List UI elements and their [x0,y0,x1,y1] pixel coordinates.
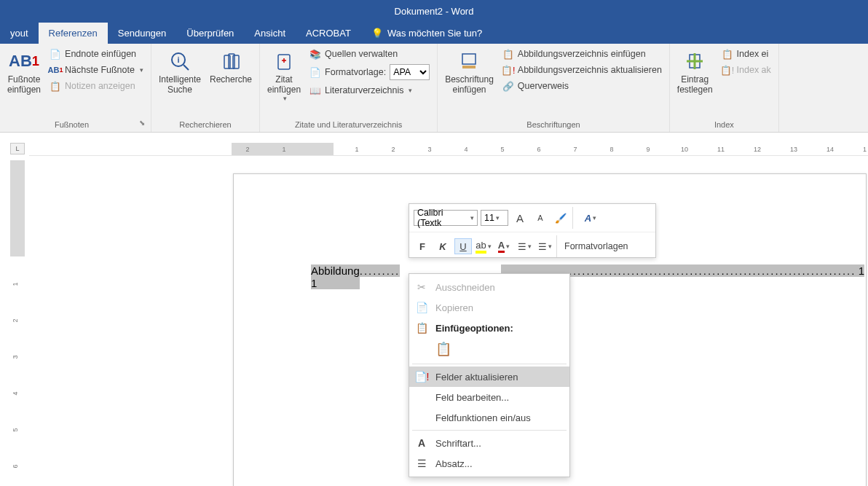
svg-rect-3 [224,55,230,68]
chevron-down-icon: ▾ [409,87,412,94]
group-index: Eintrag festlegen 📋 Index ei 📋! Index ak… [670,44,779,132]
group-label-captions: Beschriftungen [442,119,665,132]
tab-references[interactable]: Referenzen [39,23,108,44]
ctx-toggle-field-codes[interactable]: Feldfunktionen ein/aus [409,407,569,428]
style-icon: 📄 [309,66,321,78]
svg-text:5: 5 [12,428,19,431]
svg-text:7: 7 [573,146,577,153]
ctx-paragraph[interactable]: ☰ Absatz... [409,453,569,474]
format-painter-button[interactable]: 🖌️ [552,210,569,226]
tab-mailings[interactable]: Sendungen [108,23,177,44]
vertical-ruler[interactable]: 2 1 1 2 3 4 5 6 [10,160,25,486]
manage-sources-button[interactable]: 📚 Quellen verwalten [307,47,433,61]
insert-caption-button[interactable]: Beschriftung einfügen [442,47,497,96]
insert-tof-button[interactable]: 📋 Abbildungsverzeichnis einfügen [500,47,665,61]
italic-button[interactable]: K [434,238,451,254]
insert-citation-button[interactable]: Zitat einfügen ▾ [264,47,304,103]
tab-review[interactable]: Überprüfen [176,23,244,44]
ribbon: AB1 Fußnote einfügen 📄 Endnote einfügen … [0,44,868,133]
dialog-launcher-footnotes[interactable]: ⬊ [139,119,146,132]
svg-rect-7 [462,54,476,64]
show-notes-icon: 📋 [50,80,61,92]
update-index-button[interactable]: 📋! Index ak [719,63,774,77]
bibliography-button[interactable]: 📖 Literaturverzeichnis ▾ [307,83,433,98]
bibliography-icon: 📖 [309,85,321,96]
svg-text:14: 14 [826,146,834,153]
font-color-button[interactable]: A▾ [495,238,513,254]
research-button[interactable]: Recherche [207,47,255,96]
group-citations: Zitat einfügen ▾ 📚 Quellen verwalten 📄 F… [260,44,438,132]
lightbulb-icon: 💡 [371,28,383,39]
svg-text:12: 12 [754,146,761,153]
styles-button[interactable]: Formatvorlagen [560,238,633,254]
ribbon-tabs: yout Referenzen Sendungen Überprüfen Ans… [0,22,868,44]
svg-text:2: 2 [245,146,249,153]
insert-index-button[interactable]: 📋 Index ei [719,47,774,61]
svg-text:2: 2 [391,146,395,153]
paragraph-icon: ☰ [415,457,428,470]
tell-me[interactable]: 💡 Was möchten Sie tun? [361,23,492,44]
toc-entry[interactable]: Abbildung 1.............................… [311,264,864,289]
smart-lookup-button[interactable]: i Intelligente Suche [156,47,204,96]
mark-entry-button[interactable]: Eintrag festlegen [674,47,716,96]
svg-text:3: 3 [427,146,431,153]
group-label-research: Recherchieren [156,119,255,132]
svg-text:1: 1 [12,282,19,286]
svg-text:4: 4 [464,146,467,153]
svg-text:13: 13 [790,146,797,153]
highlight-button[interactable]: ab▾ [475,238,492,254]
mark-entry-icon [684,48,706,74]
copy-icon: 📄 [415,301,428,314]
svg-line-1 [184,65,189,70]
grow-font-button[interactable]: A [511,210,529,226]
show-notes-button[interactable]: 📋 Notizen anzeigen [47,79,146,93]
ctx-font[interactable]: A Schriftart... [409,433,569,453]
tab-acrobat[interactable]: ACROBAT [296,23,361,44]
update-index-icon: 📋! [722,64,733,76]
svg-text:6: 6 [537,146,540,153]
numbering-button[interactable]: ☰▾ [536,238,553,254]
update-tof-button[interactable]: 📋! Abbildungsverzeichnis aktualisieren [500,63,665,77]
bullets-icon: ☰ [518,241,526,252]
styles-dropdown[interactable]: A▾ [576,210,605,226]
paste-keep-source-icon: 📋 [435,342,451,356]
books-icon [220,48,242,74]
svg-text:15: 15 [863,146,867,153]
insert-endnote-button[interactable]: 📄 Endnote einfügen [47,47,146,61]
group-footnotes: AB1 Fußnote einfügen 📄 Endnote einfügen … [0,44,151,132]
title-bar: Dokument2 - Word [0,0,868,22]
group-label-index: Index [674,119,774,132]
svg-text:4: 4 [12,391,19,395]
ctx-edit-field[interactable]: Feld bearbeiten... [409,387,569,407]
tab-layout[interactable]: yout [0,23,39,44]
svg-rect-5 [233,55,239,68]
font-size-box[interactable]: 11▾ [481,210,508,226]
ctx-update-fields[interactable]: 📄! Felder aktualisieren [409,367,569,387]
scissors-icon: ✂ [415,281,428,294]
svg-text:i: i [177,55,179,64]
shrink-font-button[interactable]: A [532,210,549,226]
next-footnote-button[interactable]: AB1 Nächste Fußnote ▾ [47,63,146,77]
bold-button[interactable]: F [414,238,431,254]
underline-button[interactable]: U [454,238,472,254]
group-captions: Beschriftung einfügen 📋 Abbildungsverzei… [438,44,670,132]
svg-text:1: 1 [282,146,285,153]
tab-view[interactable]: Ansicht [244,23,296,44]
group-research: i Intelligente Suche Recherche Recherchi… [151,44,260,132]
group-label-citations: Zitate und Literaturverzeichnis [264,119,433,132]
caption-icon [458,48,480,74]
svg-text:8: 8 [609,146,613,153]
ctx-paste-mode[interactable]: 📋 [409,338,569,361]
citation-style-select[interactable]: APA [390,64,430,80]
font-icon: A [415,436,428,450]
ruler-corner[interactable]: L [10,143,25,154]
insert-footnote-button[interactable]: AB1 Fußnote einfügen [4,47,44,96]
horizontal-ruler[interactable]: 21 123 456 789 101112 131415 [29,143,868,156]
insert-index-icon: 📋 [722,48,733,60]
font-name-box[interactable]: Calibri (Textk▾ [414,210,478,226]
crossref-button[interactable]: 🔗 Querverweis [500,79,665,93]
chevron-down-icon: ▾ [283,95,287,102]
bullets-button[interactable]: ☰▾ [516,238,533,254]
ctx-copy: 📄 Kopieren [409,297,569,318]
svg-text:1: 1 [355,146,358,153]
